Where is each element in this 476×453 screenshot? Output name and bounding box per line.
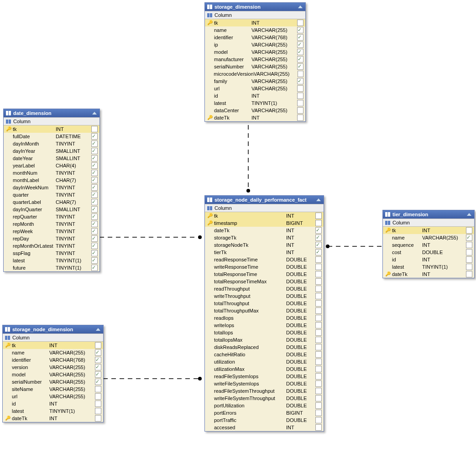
nullable-checkbox[interactable] bbox=[315, 402, 322, 409]
column-row[interactable]: portTrafficDOUBLE bbox=[205, 417, 324, 424]
column-row[interactable]: totalThroughputDOUBLE bbox=[205, 300, 324, 307]
table-storage_node_dimension[interactable]: storage_node_dimensionColumn🔑tkINTnameVA… bbox=[2, 325, 104, 422]
column-row[interactable]: readFileSystemThroughputDOUBLE bbox=[205, 387, 324, 395]
column-row[interactable]: writeFileSystemThroughputDOUBLE bbox=[205, 395, 324, 402]
nullable-checkbox[interactable] bbox=[95, 357, 101, 363]
column-row[interactable]: readIopsDOUBLE bbox=[205, 314, 324, 322]
column-row[interactable]: quarterTINYINT bbox=[4, 191, 99, 198]
nullable-checkbox[interactable] bbox=[91, 199, 98, 205]
nullable-checkbox[interactable] bbox=[315, 417, 322, 423]
table-tier_dimension[interactable]: tier_dimensionColumn🔑tkINTnameVARCHAR(25… bbox=[382, 210, 475, 278]
nullable-checkbox[interactable] bbox=[297, 85, 303, 92]
nullable-checkbox[interactable] bbox=[466, 242, 472, 248]
nullable-checkbox[interactable] bbox=[315, 351, 322, 358]
nullable-checkbox[interactable] bbox=[91, 155, 98, 161]
nullable-checkbox[interactable] bbox=[297, 63, 303, 70]
column-row[interactable]: idINT bbox=[205, 92, 305, 99]
column-row[interactable]: urlVARCHAR(255) bbox=[205, 85, 305, 92]
nullable-checkbox[interactable] bbox=[466, 256, 472, 263]
column-row[interactable]: repMonthOrLatestTINYINT bbox=[4, 242, 99, 250]
column-row[interactable]: accessedINT bbox=[205, 424, 324, 431]
column-row[interactable]: utilizationDOUBLE bbox=[205, 358, 324, 365]
column-row[interactable]: identifierVARCHAR(768) bbox=[3, 356, 103, 364]
collapse-icon[interactable] bbox=[298, 5, 303, 9]
column-row[interactable]: 🔑tkINT bbox=[3, 342, 103, 349]
nullable-checkbox[interactable] bbox=[91, 177, 98, 183]
nullable-checkbox[interactable] bbox=[91, 162, 98, 169]
column-row[interactable]: readFileSystemIopsDOUBLE bbox=[205, 373, 324, 380]
column-row[interactable]: writeThroughputDOUBLE bbox=[205, 292, 324, 300]
column-row[interactable]: totalResponseTimeMaxDOUBLE bbox=[205, 278, 324, 285]
nullable-checkbox[interactable] bbox=[298, 71, 303, 77]
column-row[interactable]: futureTINYINT(1) bbox=[4, 264, 99, 271]
nullable-checkbox[interactable] bbox=[91, 126, 98, 132]
column-row[interactable]: monthLabelCHAR(7) bbox=[4, 177, 99, 184]
nullable-checkbox[interactable] bbox=[91, 235, 98, 242]
column-row[interactable]: cacheHitRatioDOUBLE bbox=[205, 351, 324, 358]
nullable-checkbox[interactable] bbox=[91, 148, 98, 154]
table-storage_dimension[interactable]: storage_dimensionColumn🔑tkINTnameVARCHAR… bbox=[204, 2, 306, 122]
nullable-checkbox[interactable] bbox=[315, 337, 322, 343]
nullable-checkbox[interactable] bbox=[315, 373, 322, 380]
column-row[interactable]: readResponseTimeDOUBLE bbox=[205, 256, 324, 263]
nullable-checkbox[interactable] bbox=[315, 410, 322, 416]
nullable-checkbox[interactable] bbox=[95, 401, 101, 407]
nullable-checkbox[interactable] bbox=[315, 227, 322, 234]
nullable-checkbox[interactable] bbox=[297, 100, 303, 106]
column-row[interactable]: writeFileSystemIopsDOUBLE bbox=[205, 380, 324, 387]
column-row[interactable]: writeIopsDOUBLE bbox=[205, 322, 324, 329]
nullable-checkbox[interactable] bbox=[91, 170, 98, 176]
nullable-checkbox[interactable] bbox=[91, 257, 98, 264]
column-row[interactable]: idINT bbox=[383, 256, 474, 263]
nullable-checkbox[interactable] bbox=[95, 386, 101, 392]
column-row[interactable]: tierTkINT bbox=[205, 249, 324, 256]
column-row[interactable]: nameVARCHAR(255) bbox=[383, 234, 474, 241]
column-row[interactable]: costDOUBLE bbox=[383, 249, 474, 256]
nullable-checkbox[interactable] bbox=[315, 344, 322, 350]
nullable-checkbox[interactable] bbox=[297, 56, 303, 62]
nullable-checkbox[interactable] bbox=[315, 213, 322, 219]
column-row[interactable]: ipVARCHAR(255) bbox=[205, 41, 305, 48]
nullable-checkbox[interactable] bbox=[95, 371, 101, 378]
nullable-checkbox[interactable] bbox=[466, 227, 472, 234]
nullable-checkbox[interactable] bbox=[466, 264, 472, 270]
column-row[interactable]: modelVARCHAR(255) bbox=[205, 48, 305, 56]
column-row[interactable]: repDayTINYINT bbox=[4, 235, 99, 242]
column-row[interactable]: diskReadsReplacedDOUBLE bbox=[205, 344, 324, 351]
nullable-checkbox[interactable] bbox=[315, 322, 322, 328]
column-row[interactable]: latestTINYINT(1) bbox=[3, 407, 103, 415]
column-row[interactable]: urlVARCHAR(255) bbox=[3, 393, 103, 400]
nullable-checkbox[interactable] bbox=[95, 393, 101, 400]
column-row[interactable]: portErrorsBIGINT bbox=[205, 409, 324, 417]
table-title[interactable]: tier_dimension bbox=[383, 210, 474, 219]
nullable-checkbox[interactable] bbox=[315, 264, 322, 270]
nullable-checkbox[interactable] bbox=[315, 293, 322, 299]
column-row[interactable]: 🔑dateTkINT bbox=[205, 114, 305, 121]
column-row[interactable]: 🔑tkINT bbox=[205, 212, 324, 219]
column-row[interactable]: totalThroughputMaxDOUBLE bbox=[205, 307, 324, 314]
column-row[interactable]: latestTINYINT(1) bbox=[205, 99, 305, 107]
column-row[interactable]: nameVARCHAR(255) bbox=[3, 349, 103, 356]
nullable-checkbox[interactable] bbox=[315, 366, 322, 372]
nullable-checkbox[interactable] bbox=[315, 300, 322, 307]
column-row[interactable]: writeResponseTimeDOUBLE bbox=[205, 263, 324, 271]
nullable-checkbox[interactable] bbox=[466, 234, 472, 241]
nullable-checkbox[interactable] bbox=[91, 133, 98, 140]
collapse-icon[interactable] bbox=[466, 212, 472, 217]
nullable-checkbox[interactable] bbox=[466, 249, 472, 255]
nullable-checkbox[interactable] bbox=[297, 93, 303, 99]
column-row[interactable]: fullDateDATETIME bbox=[4, 133, 99, 140]
nullable-checkbox[interactable] bbox=[297, 49, 303, 55]
nullable-checkbox[interactable] bbox=[315, 359, 322, 365]
column-row[interactable]: idINT bbox=[3, 400, 103, 407]
column-row[interactable]: yearLabelCHAR(4) bbox=[4, 162, 99, 169]
collapse-icon[interactable] bbox=[95, 327, 101, 332]
nullable-checkbox[interactable] bbox=[466, 271, 472, 277]
nullable-checkbox[interactable] bbox=[297, 34, 303, 41]
column-row[interactable]: 🔑tkINT bbox=[4, 125, 99, 133]
column-row[interactable]: familyVARCHAR(255) bbox=[205, 78, 305, 85]
column-row[interactable]: 🔑timestampBIGINT bbox=[205, 219, 324, 227]
column-row[interactable]: sequenceINT bbox=[383, 241, 474, 249]
nullable-checkbox[interactable] bbox=[315, 256, 322, 263]
column-row[interactable]: sspFlagTINYINT bbox=[4, 250, 99, 257]
